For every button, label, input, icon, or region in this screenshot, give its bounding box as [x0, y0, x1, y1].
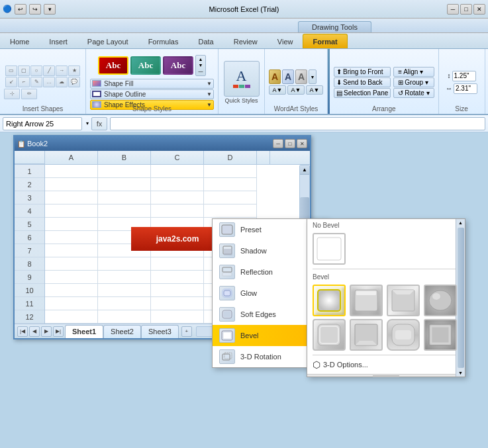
close-button[interactable]: ✕ — [473, 4, 485, 15]
tab-insert[interactable]: Insert — [39, 34, 77, 48]
text-effects-btn[interactable]: A▼ — [306, 85, 323, 95]
cell-d3[interactable] — [204, 191, 257, 204]
bevel-scroll-up[interactable]: ▲ — [457, 219, 464, 226]
bevel-swatch-6[interactable] — [350, 319, 383, 351]
cell-b10[interactable] — [98, 284, 151, 297]
tab-data[interactable]: Data — [188, 34, 223, 48]
text-fill-btn[interactable]: A▼ — [269, 85, 286, 95]
rotate-btn[interactable]: ↺Rotate ▾ — [393, 88, 434, 98]
shape-arrow[interactable]: → — [56, 66, 68, 76]
tab-home[interactable]: Home — [0, 34, 39, 48]
bevel-scroll-down[interactable]: ▼ — [457, 369, 464, 377]
style-swatch-green[interactable]: Abc — [130, 56, 161, 75]
cell-b11[interactable] — [98, 297, 151, 310]
cell-a6[interactable] — [45, 231, 98, 244]
cell-c1[interactable] — [151, 165, 204, 178]
selection-pane-btn[interactable]: ▤ Selection Pane — [334, 88, 391, 98]
cell-a10[interactable] — [45, 284, 98, 297]
cell-c11[interactable] — [151, 297, 204, 310]
shape-callout[interactable]: 💬 — [68, 77, 80, 87]
tab-format[interactable]: Format — [303, 34, 347, 48]
row-10[interactable]: 10 — [15, 284, 44, 297]
bevel-options-link[interactable]: ⬡ 3-D Options... — [307, 357, 465, 374]
align-btn[interactable]: ≡Align ▾ — [393, 67, 434, 77]
shape-rounded[interactable]: ▢ — [18, 66, 30, 76]
cell-c10[interactable] — [151, 284, 204, 297]
cell-a5[interactable] — [45, 218, 98, 231]
function-button[interactable]: fx — [91, 117, 107, 130]
cell-a12[interactable] — [45, 310, 98, 324]
name-box-dropdown[interactable]: ▾ — [86, 120, 89, 126]
row-7[interactable]: 7 — [15, 244, 44, 257]
bevel-swatch-5[interactable] — [313, 319, 346, 351]
cell-d1[interactable] — [204, 165, 257, 178]
row-4[interactable]: 4 — [15, 204, 44, 218]
shape-fill-button[interactable]: Shape Fill ▼ — [90, 79, 214, 89]
wordart-more-btn[interactable]: ▼ — [309, 69, 317, 84]
wordart-a-style3[interactable]: A — [295, 69, 307, 84]
cell-a11[interactable] — [45, 297, 98, 310]
shape-oval[interactable]: ○ — [30, 66, 42, 76]
cell-a7[interactable] — [45, 244, 98, 257]
cell-a9[interactable] — [45, 271, 98, 284]
sheet-tab-3[interactable]: Sheet3 — [141, 325, 179, 338]
draw-freeform-btn[interactable]: ✏ — [21, 89, 37, 99]
bevel-scrollbar[interactable]: ▲ ▼ — [456, 219, 465, 377]
cell-a8[interactable] — [45, 257, 98, 271]
cell-b4[interactable] — [98, 204, 151, 218]
cell-d2[interactable] — [204, 178, 257, 191]
cell-c12[interactable] — [151, 310, 204, 324]
cell-b1[interactable] — [98, 165, 151, 178]
bevel-swatch-8[interactable] — [424, 319, 457, 351]
bevel-scroll-thumb[interactable] — [458, 228, 464, 368]
bevel-swatch-7[interactable] — [387, 319, 420, 351]
tab-page-layout[interactable]: Page Layout — [77, 34, 138, 48]
bevel-swatch-1[interactable] — [313, 285, 346, 316]
maximize-button[interactable]: □ — [460, 4, 472, 15]
text-outline-btn[interactable]: A▼ — [287, 85, 305, 95]
shape-connector[interactable]: ⌐ — [18, 77, 30, 87]
cell-d4[interactable] — [204, 204, 257, 218]
cell-c3[interactable] — [151, 191, 204, 204]
tab-formulas[interactable]: Formulas — [138, 34, 189, 48]
bring-to-front-btn[interactable]: ⬆ Bring to Front — [334, 67, 391, 77]
row-9[interactable]: 9 — [15, 271, 44, 284]
height-input[interactable]: 1.25" — [452, 71, 476, 81]
cell-c8[interactable] — [151, 257, 204, 271]
row-12[interactable]: 12 — [15, 310, 44, 324]
shape-freeform[interactable]: ✎ — [30, 77, 42, 87]
cell-a3[interactable] — [45, 191, 98, 204]
quick-access-undo[interactable]: ↩ — [15, 4, 26, 15]
quick-access-dropdown[interactable]: ▾ — [44, 4, 56, 15]
row-6[interactable]: 6 — [15, 231, 44, 244]
row-1[interactable]: 1 — [15, 165, 44, 178]
cell-a1[interactable] — [45, 165, 98, 178]
bevel-swatch-3[interactable] — [387, 285, 420, 316]
cell-a2[interactable] — [45, 178, 98, 191]
wordart-a-style1[interactable]: A — [269, 69, 281, 84]
col-header-a[interactable]: A — [45, 151, 98, 164]
sheet-tab-1[interactable]: Sheet1 — [65, 325, 103, 338]
shape-star[interactable]: ★ — [68, 66, 80, 76]
row-8[interactable]: 8 — [15, 257, 44, 271]
col-header-c[interactable]: C — [151, 151, 204, 164]
workbook-maximize[interactable]: □ — [285, 139, 295, 148]
row-3[interactable]: 3 — [15, 191, 44, 204]
style-swatch-red[interactable]: Abc — [98, 56, 128, 75]
cell-b12[interactable] — [98, 310, 151, 324]
style-swatch-purple[interactable]: Abc — [163, 56, 193, 75]
group-btn[interactable]: ⊞Group ▾ — [393, 77, 434, 87]
width-input[interactable]: 2.31" — [454, 83, 477, 94]
col-header-b[interactable]: B — [98, 151, 151, 164]
cell-c9[interactable] — [151, 271, 204, 284]
shape-outline-button[interactable]: Shape Outline ▼ — [90, 89, 214, 99]
cell-b2[interactable] — [98, 178, 151, 191]
wordart-a-style2[interactable]: A — [282, 69, 294, 84]
scroll-up-btn[interactable]: ▲ — [300, 165, 309, 175]
sheet-tab-2[interactable]: Sheet2 — [103, 325, 141, 338]
shape-bent[interactable]: ↙ — [5, 77, 17, 87]
tab-review[interactable]: Review — [224, 34, 268, 48]
bevel-swatch-4[interactable] — [424, 285, 457, 316]
bevel-no-bevel-swatch[interactable] — [313, 233, 346, 265]
quick-access-redo[interactable]: ↪ — [29, 4, 41, 15]
